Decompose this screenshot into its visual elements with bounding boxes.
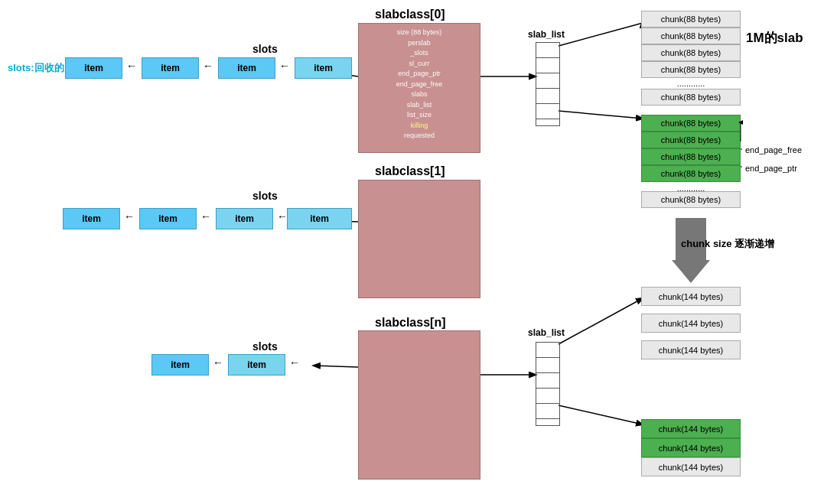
svg-line-3 <box>559 111 643 119</box>
chunk144-g3: chunk(144 bytes) <box>641 457 741 476</box>
arrow-1a: ← <box>126 60 137 72</box>
arrow-2c: ← <box>277 210 288 223</box>
slabclassn-title: slabclass[n] <box>375 316 445 330</box>
arrow-1b: ← <box>203 60 213 72</box>
slabclass0-box: size (88 bytes) perslab _slots sl_curr e… <box>358 23 480 153</box>
slab-list-grid-0 <box>536 42 560 126</box>
item-box-3b: item <box>228 354 285 376</box>
end-page-free-label: end_page_free <box>745 145 802 154</box>
slabclass1-title: slabclass[1] <box>375 164 445 178</box>
slabclass0-title: slabclass[0] <box>375 8 445 21</box>
slabclass1-box <box>358 180 480 298</box>
svg-line-8 <box>559 405 643 424</box>
slots-label-n: slots <box>252 340 278 353</box>
chunk88-2: chunk(88 bytes) <box>641 28 741 44</box>
chunk144-g2: chunk(144 bytes) <box>641 438 741 457</box>
slots-label-0: slots <box>252 43 278 55</box>
chunk144-1: chunk(144 bytes) <box>641 287 741 306</box>
end-page-ptr-label: end_page_ptr <box>745 164 797 173</box>
item-box-2b: item <box>139 208 197 229</box>
arrow-3b: ← <box>289 356 300 369</box>
item-box-1b: item <box>142 57 199 79</box>
chunk144-2: chunk(144 bytes) <box>641 314 741 333</box>
svg-line-7 <box>559 298 643 344</box>
chunk144-3: chunk(144 bytes) <box>641 340 741 359</box>
dots-1: ............ <box>641 79 741 88</box>
item-box-1d: item <box>295 57 352 79</box>
arrow-3a: ← <box>213 356 223 369</box>
chunk88-g5: chunk(88 bytes) <box>641 191 741 208</box>
item-box-1c: item <box>218 57 275 79</box>
chunk88-3: chunk(88 bytes) <box>641 44 741 61</box>
item-box-2a: item <box>63 208 120 229</box>
chunk88-5: chunk(88 bytes) <box>641 89 741 106</box>
chunk88-4: chunk(88 bytes) <box>641 61 741 78</box>
chunk88-g1: chunk(88 bytes) <box>641 115 741 132</box>
item-box-1a: item <box>65 57 122 79</box>
chunk88-1: chunk(88 bytes) <box>641 11 741 28</box>
chunk144-g1: chunk(144 bytes) <box>641 419 741 438</box>
arrow-2b: ← <box>200 210 211 223</box>
slab-list-label-0: slab_list <box>528 29 565 40</box>
one-mb-slab-label: 1M的slab <box>746 29 803 47</box>
slab-list-label-n: slab_list <box>528 327 565 338</box>
item-box-2d: item <box>287 208 352 229</box>
chunk-size-label: chunk size 逐渐递增 <box>681 237 774 251</box>
svg-line-6 <box>314 366 358 367</box>
chunk88-g2: chunk(88 bytes) <box>641 132 741 148</box>
item-box-2c: item <box>216 208 273 229</box>
slab-list-grid-n <box>536 342 560 426</box>
slabclassn-box <box>358 330 480 480</box>
arrow-2a: ← <box>124 210 135 223</box>
chunk88-g3: chunk(88 bytes) <box>641 148 741 165</box>
svg-line-1 <box>559 23 643 46</box>
chunk88-g4: chunk(88 bytes) <box>641 165 741 182</box>
slots-label-1: slots <box>252 190 278 202</box>
arrow-1c: ← <box>279 60 290 72</box>
item-box-3a: item <box>151 354 209 376</box>
